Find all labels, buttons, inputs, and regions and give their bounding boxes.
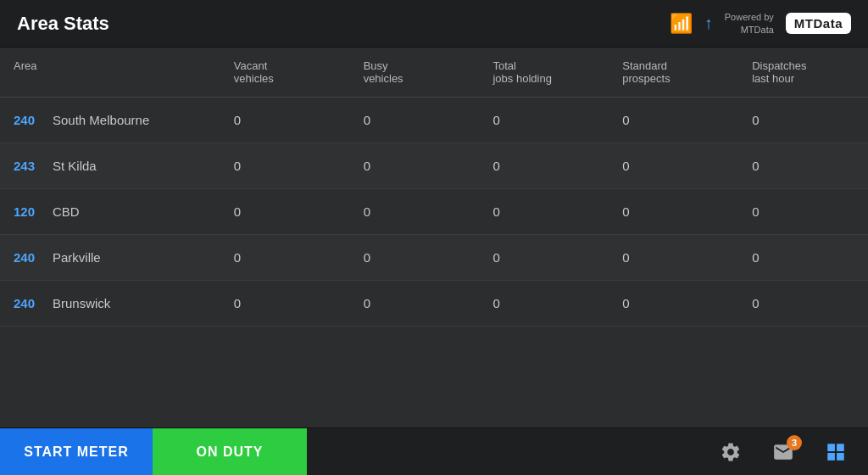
page-title: Area Stats bbox=[17, 13, 109, 35]
footer-icons: 3 bbox=[707, 428, 868, 476]
area-name: CBD bbox=[53, 204, 80, 219]
area-number: 240 bbox=[14, 250, 44, 265]
cell-busy: 0 bbox=[350, 235, 480, 281]
cell-total_jobs: 0 bbox=[479, 189, 609, 235]
cell-dispatches: 0 bbox=[738, 98, 868, 143]
cell-standard: 0 bbox=[609, 235, 738, 281]
cell-dispatches: 0 bbox=[738, 235, 868, 281]
cell-vacant: 0 bbox=[220, 98, 350, 143]
cell-vacant: 0 bbox=[220, 189, 350, 235]
grid-icon bbox=[825, 441, 847, 463]
cell-busy: 0 bbox=[350, 189, 480, 235]
col-area: Area bbox=[0, 48, 220, 98]
area-cell: 243 St Kilda bbox=[0, 143, 220, 189]
header: Area Stats 📶 ↑ Powered by MTData MTData bbox=[0, 0, 868, 48]
area-number: 240 bbox=[14, 296, 44, 310]
header-right: 📶 ↑ Powered by MTData MTData bbox=[670, 11, 851, 36]
cell-standard: 0 bbox=[609, 98, 738, 143]
area-number: 240 bbox=[14, 113, 44, 127]
cell-vacant: 0 bbox=[220, 143, 350, 189]
cell-standard: 0 bbox=[609, 189, 738, 235]
area-name: St Kilda bbox=[53, 159, 97, 173]
table-header-row: Area Vacantvehicles Busyvehicles Totaljo… bbox=[0, 48, 868, 98]
area-stats-table-container: Area Vacantvehicles Busyvehicles Totaljo… bbox=[0, 48, 868, 428]
area-cell: 240 Parkville bbox=[0, 235, 220, 281]
col-total-jobs: Totaljobs holding bbox=[479, 48, 609, 98]
table-row: 120 CBD 00000 bbox=[0, 189, 868, 235]
cell-total_jobs: 0 bbox=[479, 235, 609, 281]
area-stats-table: Area Vacantvehicles Busyvehicles Totaljo… bbox=[0, 48, 868, 327]
gear-icon bbox=[720, 441, 742, 463]
footer: START METER ON DUTY 3 bbox=[0, 428, 868, 475]
wifi-icon: 📶 bbox=[670, 13, 693, 35]
col-vacant: Vacantvehicles bbox=[220, 48, 350, 98]
area-name: Brunswick bbox=[53, 296, 110, 310]
settings-button[interactable] bbox=[707, 428, 754, 476]
on-duty-button[interactable]: ON DUTY bbox=[153, 428, 307, 476]
messages-button[interactable]: 3 bbox=[760, 428, 807, 476]
message-badge: 3 bbox=[787, 435, 802, 450]
col-standard: Standardprospects bbox=[609, 48, 738, 98]
apps-button[interactable] bbox=[812, 428, 860, 476]
area-number: 243 bbox=[14, 159, 44, 173]
cell-vacant: 0 bbox=[220, 235, 350, 281]
cell-total_jobs: 0 bbox=[479, 143, 609, 189]
area-name: Parkville bbox=[53, 250, 101, 265]
cell-dispatches: 0 bbox=[738, 281, 868, 327]
cell-busy: 0 bbox=[350, 281, 480, 327]
area-cell: 240 Brunswick bbox=[0, 281, 220, 327]
area-cell: 120 CBD bbox=[0, 189, 220, 235]
table-row: 240 Brunswick 00000 bbox=[0, 281, 868, 327]
table-row: 243 St Kilda 00000 bbox=[0, 143, 868, 189]
cell-standard: 0 bbox=[609, 143, 738, 189]
cell-vacant: 0 bbox=[220, 281, 350, 327]
mtdata-logo: MTData bbox=[786, 13, 851, 34]
cell-dispatches: 0 bbox=[738, 189, 868, 235]
table-row: 240 Parkville 00000 bbox=[0, 235, 868, 281]
table-row: 240 South Melbourne 00000 bbox=[0, 98, 868, 143]
area-number: 120 bbox=[14, 204, 44, 219]
start-meter-button[interactable]: START METER bbox=[0, 428, 153, 476]
cell-standard: 0 bbox=[609, 281, 738, 327]
cell-busy: 0 bbox=[350, 143, 480, 189]
table-body: 240 South Melbourne 00000 243 St Kilda 0… bbox=[0, 98, 868, 327]
cell-total_jobs: 0 bbox=[479, 281, 609, 327]
col-busy: Busyvehicles bbox=[350, 48, 480, 98]
powered-by-text: Powered by MTData bbox=[725, 11, 774, 36]
cell-busy: 0 bbox=[350, 98, 480, 143]
location-icon: ↑ bbox=[704, 14, 713, 33]
cell-total_jobs: 0 bbox=[479, 98, 609, 143]
col-dispatches: Dispatcheslast hour bbox=[738, 48, 868, 98]
area-name: South Melbourne bbox=[53, 113, 149, 127]
cell-dispatches: 0 bbox=[738, 143, 868, 189]
area-cell: 240 South Melbourne bbox=[0, 98, 220, 143]
